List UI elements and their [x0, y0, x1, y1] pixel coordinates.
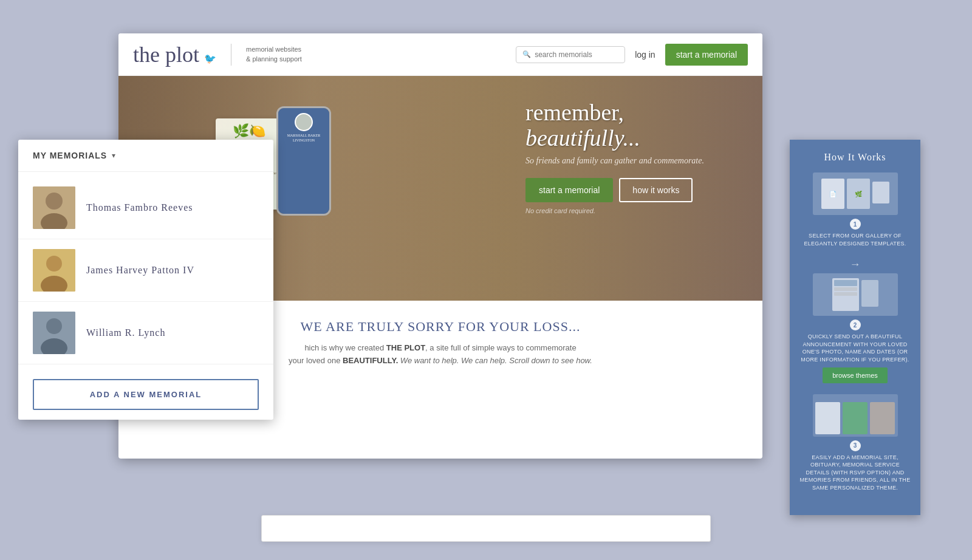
list-item[interactable]: Thomas Fambro Reeves [18, 177, 273, 239]
login-link[interactable]: log in [635, 50, 655, 60]
phone-mockup: MARSHALL BAKER LIVINGSTON [276, 106, 331, 216]
search-icon: 🔍 [522, 50, 531, 58]
no-credit-card-note: No credit card required. [525, 207, 744, 214]
chevron-down-icon[interactable]: ▾ [112, 151, 115, 160]
sorry-subtitle: hich is why we created THE PLOT, a site … [228, 342, 653, 367]
logo-tagline: memorial websites & planning support [246, 45, 302, 64]
hiw-panel-title: How It Works [799, 152, 911, 163]
hiw-step-2: 2 Quickly send out a beautiful announcem… [799, 273, 911, 383]
my-memorials-panel: MY MEMORIALS ▾ Thomas Fambro Reeves [18, 140, 273, 420]
how-it-works-hero-button[interactable]: how it works [619, 178, 693, 202]
header-right: 🔍 log in start a memorial [516, 44, 748, 66]
svg-point-7 [46, 318, 62, 334]
memorial-name: William R. Lynch [86, 327, 165, 338]
hiw-step1-image: 📄 🌿 [813, 172, 898, 215]
hero-text: remember, beautifully... So friends and … [525, 100, 744, 214]
hero-subtitle: So friends and family can gather and com… [525, 156, 744, 166]
logo-area: the plot 🐦 memorial websites & planning … [133, 42, 302, 67]
list-item[interactable]: William R. Lynch [18, 302, 273, 364]
avatar [33, 249, 75, 292]
avatar [33, 312, 75, 354]
phone-avatar [295, 113, 313, 131]
hero-title: remember, beautifully... [525, 100, 744, 151]
hiw-arrow: → [799, 258, 911, 271]
hiw-step2-image [813, 273, 898, 316]
bird-icon: 🐦 [204, 53, 216, 64]
hiw-step-3: 3 Easily add a memorial site, obituary, … [799, 394, 911, 492]
start-memorial-hero-button[interactable]: start a memorial [525, 178, 613, 202]
search-box[interactable]: 🔍 [516, 46, 625, 63]
mm-header: MY MEMORIALS ▾ [18, 140, 273, 172]
hiw-step2-text: Quickly send out a beautiful announcemen… [799, 333, 911, 363]
memorial-name: James Harvey Patton IV [86, 265, 194, 276]
memorial-name: Thomas Fambro Reeves [86, 202, 193, 213]
how-it-works-panel: How It Works 📄 🌿 1 Select from our galle… [790, 140, 920, 515]
start-memorial-header-button[interactable]: start a memorial [665, 44, 748, 66]
list-item[interactable]: James Harvey Patton IV [18, 239, 273, 302]
hiw-step1-text: Select from our gallery of elegantly des… [799, 232, 911, 247]
search-input[interactable] [535, 50, 614, 59]
hiw-step1-number: 1 [850, 219, 861, 230]
person-silhouette-icon [33, 249, 75, 292]
hero-buttons: start a memorial how it works [525, 178, 744, 202]
logo-divider [231, 44, 231, 66]
svg-point-1 [46, 193, 63, 210]
hiw-step2-number: 2 [850, 319, 861, 330]
person-silhouette-icon [33, 312, 75, 354]
browse-themes-button[interactable]: browse themes [823, 367, 888, 383]
hiw-step3-number: 3 [850, 440, 861, 451]
person-silhouette-icon [33, 186, 75, 229]
hiw-step-1: 📄 🌿 1 Select from our gallery of elegant… [799, 172, 911, 247]
mm-list: Thomas Fambro Reeves James Harvey Patton… [18, 172, 273, 369]
mm-title: MY MEMORIALS [33, 151, 107, 160]
hiw-template-preview [813, 394, 898, 437]
phone-screen: MARSHALL BAKER LIVINGSTON [278, 108, 329, 214]
svg-point-4 [46, 256, 62, 271]
add-new-memorial-button[interactable]: ADD A NEW MEMORIAL [33, 379, 259, 410]
logo-text: the plot 🐦 [133, 42, 216, 67]
bottom-input-bar[interactable] [261, 515, 711, 542]
avatar [33, 186, 75, 229]
site-header: the plot 🐦 memorial websites & planning … [118, 33, 762, 76]
hiw-step3-text: Easily add a memorial site, obituary, me… [799, 454, 911, 492]
